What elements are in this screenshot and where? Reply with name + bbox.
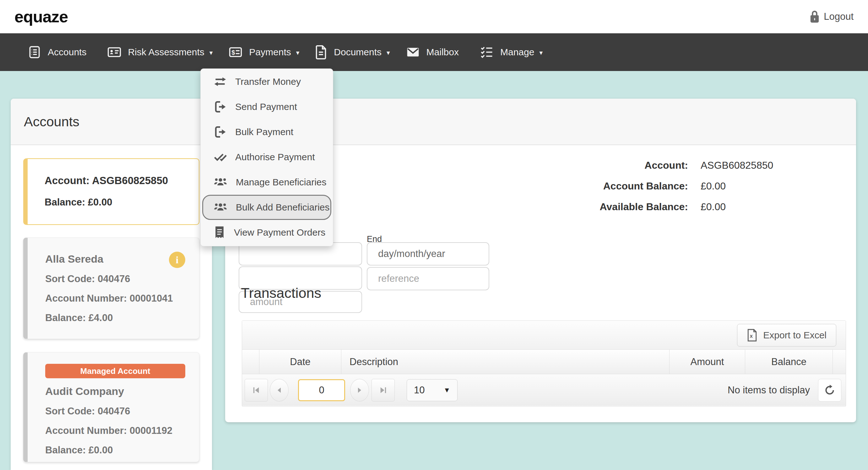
id-card-icon [107,45,122,59]
grid-header-row: Date Description Amount Balance [242,350,846,374]
column-header-spacer [833,350,846,374]
summary-value: £0.00 [701,180,726,192]
checklist-icon [479,45,494,59]
payments-dropdown-menu: Transfer Money Send Payment Bulk Payment… [200,68,333,246]
nav-item-documents[interactable]: Documents▾ [315,45,390,59]
transactions-grid: x Export to Excel Date Description Amoun… [242,320,846,407]
accounts-panel: Accounts Account: ASGB60825850 Balance: … [11,99,212,470]
caret-down-icon: ▾ [210,48,213,57]
menu-item-authorise-payment[interactable]: Authorise Payment [201,145,333,170]
receipt-icon [213,226,226,239]
export-label: Export to Excel [763,330,827,341]
nav-item-payments[interactable]: $ Payments▾ [228,45,299,59]
envelope-icon [406,45,420,59]
account-card-selected[interactable]: Account: ASGB60825850 Balance: £0.00 [23,158,199,225]
menu-item-label: Manage Beneficiaries [236,177,327,187]
svg-text:x: x [750,333,753,339]
account-card[interactable]: Managed Account Audit Company Sort Code:… [23,352,199,462]
users-icon [213,175,228,189]
column-header-balance[interactable]: Balance [745,350,833,374]
summary-label: Account: [531,159,688,171]
account-number-line: Account Number: 00001192 [45,425,185,436]
nav-item-manage[interactable]: Manage▾ [479,45,542,59]
grid-pager: 10 ▼ No items to display [242,374,846,406]
reference-input[interactable] [367,267,489,290]
nav-label: Payments [249,47,291,58]
app-screen: equaze Logout Accounts Risk Assessments▾… [0,0,868,470]
menu-item-bulk-payment[interactable]: Bulk Payment [201,119,333,145]
pager-status: No items to display [727,385,810,396]
menu-item-view-payment-orders[interactable]: View Payment Orders [201,220,333,245]
next-page-button[interactable] [350,379,369,402]
menu-item-label: Authorise Payment [235,152,315,163]
column-header-expand [242,350,259,374]
grid-toolbar: x Export to Excel [242,321,846,350]
summary-row: Account Balance: £0.00 [531,176,773,196]
nav-item-mailbox[interactable]: Mailbox [406,45,464,59]
sort-code-line: Sort Code: 040476 [45,273,185,285]
managed-account-badge: Managed Account [45,364,185,378]
previous-page-button[interactable] [270,379,288,402]
journal-icon [28,45,41,59]
menu-item-transfer-money[interactable]: Transfer Money [201,69,333,94]
app-logo: equaze [14,7,68,26]
svg-text:$: $ [232,49,235,56]
summary-row: Account: ASGB60825850 [531,155,773,176]
nav-item-accounts[interactable]: Accounts [28,45,91,59]
nav-label: Documents [334,47,381,58]
money-icon: $ [228,45,243,59]
account-name: Alla Sereda [45,253,185,265]
account-balance-line: Balance: £0.00 [44,197,199,208]
accounts-list: Account: ASGB60825850 Balance: £0.00 All… [11,145,212,462]
account-summary: Account: ASGB60825850 Account Balance: £… [531,155,773,217]
nav-label: Manage [500,47,534,58]
users-icon [213,200,228,214]
account-balance-line: Balance: £0.00 [45,445,185,456]
excel-file-icon: x [747,329,757,342]
summary-label: Available Balance: [531,201,688,213]
summary-value: ASGB60825850 [701,159,773,171]
export-to-excel-button[interactable]: x Export to Excel [737,324,836,347]
end-date-input[interactable] [367,242,489,265]
accounts-panel-title: Accounts [24,114,80,129]
refresh-button[interactable] [818,379,841,402]
first-page-button[interactable] [245,379,268,402]
page-size-value: 10 [414,385,425,396]
menu-item-label: Send Payment [235,101,297,112]
caret-down-icon: ▾ [296,48,300,57]
caret-down-icon: ▾ [539,48,542,57]
nav-label: Risk Assessments [128,47,204,58]
transactions-title: Transactions [241,285,321,301]
last-page-button[interactable] [372,379,395,402]
menu-item-bulk-add-beneficiaries[interactable]: Bulk Add Beneficiaries [202,195,331,220]
main-navbar: Accounts Risk Assessments▾ $ Payments▾ D… [0,33,868,71]
account-card[interactable]: Alla Sereda i Sort Code: 040476 Account … [23,237,199,339]
column-header-description[interactable]: Description [341,350,669,374]
nav-item-risk-assessments[interactable]: Risk Assessments▾ [107,45,213,59]
nav-label: Accounts [48,47,86,58]
account-number-line: Account: ASGB60825850 [44,175,199,187]
logout-button[interactable]: Logout [810,11,854,23]
page-size-select[interactable]: 10 ▼ [407,379,458,401]
account-name: Audit Company [45,385,185,398]
account-number-line: Account Number: 00001041 [45,293,185,304]
lock-icon [810,11,819,23]
account-balance-line: Balance: £4.00 [45,312,185,324]
caret-down-icon: ▾ [386,48,390,57]
menu-item-label: View Payment Orders [234,227,326,238]
menu-item-send-payment[interactable]: Send Payment [201,94,333,119]
column-header-amount[interactable]: Amount [669,350,745,374]
column-header-date[interactable]: Date [259,350,341,374]
accounts-panel-header: Accounts [11,99,212,145]
page-number-input[interactable] [298,379,345,401]
logout-label: Logout [824,11,854,22]
menu-item-label: Transfer Money [235,76,301,87]
menu-item-label: Bulk Add Beneficiaries [236,202,330,213]
nav-label: Mailbox [427,47,459,58]
send-payment-icon [213,100,227,114]
menu-item-manage-beneficiaries[interactable]: Manage Beneficiaries [201,170,333,195]
info-icon[interactable]: i [169,252,185,268]
double-check-icon [213,150,227,164]
sort-code-line: Sort Code: 040476 [45,406,185,417]
transfer-icon [213,75,227,89]
